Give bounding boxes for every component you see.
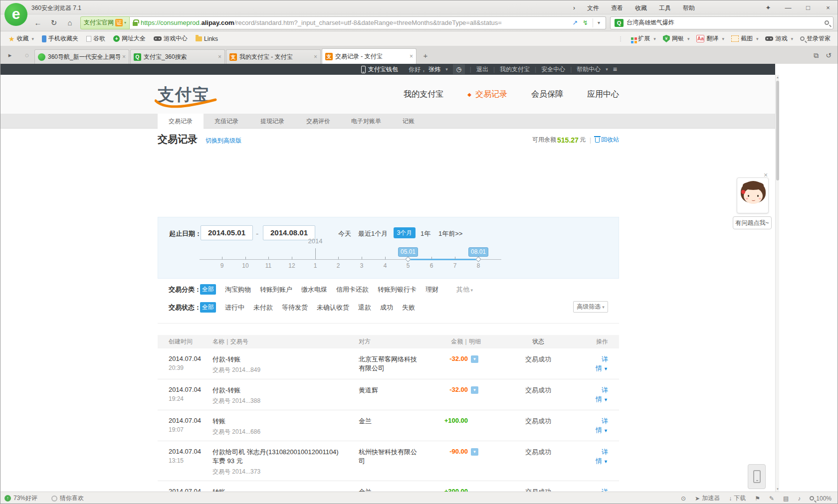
- subtab-review[interactable]: 交易评价: [295, 114, 341, 129]
- category-utilities[interactable]: 缴水电煤: [301, 285, 327, 294]
- category-taobao[interactable]: 淘宝购物: [225, 285, 251, 294]
- security-center-link[interactable]: 安全中心: [541, 65, 565, 74]
- menu-view[interactable]: 查看: [611, 4, 623, 11]
- subtab-bookkeeping[interactable]: 记账: [391, 114, 426, 129]
- search-engine-icon[interactable]: Q: [615, 19, 624, 27]
- my-alipay-link[interactable]: 我的支付宝: [500, 65, 530, 74]
- mobile-app-widget[interactable]: [748, 464, 766, 489]
- url-bar[interactable]: https://consumeprod.alipay.com/record/st…: [130, 16, 606, 29]
- menu-collapse-icon[interactable]: ›: [573, 4, 575, 11]
- status-awaiting-shipment[interactable]: 等待发货: [282, 303, 308, 312]
- advanced-filter-button[interactable]: 高级筛选▾: [573, 301, 608, 313]
- helper-mascot[interactable]: [737, 177, 769, 213]
- recycle-bin-link[interactable]: 回收站: [595, 136, 619, 144]
- tab-close-icon[interactable]: ×: [314, 53, 317, 60]
- category-other[interactable]: 其他 ▾: [456, 285, 473, 294]
- tab-transactions-active[interactable]: 支交易记录 - 支付宝×: [322, 48, 417, 64]
- zoom-control[interactable]: 100%: [810, 495, 832, 502]
- new-tab-button[interactable]: +: [419, 50, 431, 61]
- browser-logo-360[interactable]: e: [4, 3, 27, 26]
- minimize-button[interactable]: —: [782, 4, 795, 11]
- medal-icon[interactable]: ⊙: [681, 495, 686, 502]
- nav-my-alipay[interactable]: 我的支付宝: [404, 89, 443, 100]
- category-all-active[interactable]: 全部: [200, 284, 216, 295]
- menu-tools[interactable]: 工具: [659, 4, 671, 11]
- page-scrollbar[interactable]: ▲ ▼: [775, 75, 779, 492]
- close-button[interactable]: ×: [822, 4, 835, 11]
- help-dropdown-icon[interactable]: ▾: [606, 67, 608, 72]
- slider-selected-range[interactable]: [408, 259, 478, 260]
- slider-end-label[interactable]: 08.01: [468, 247, 488, 257]
- menu-help[interactable]: 帮助: [683, 4, 695, 11]
- ext-login-manager[interactable]: 登录管家: [800, 34, 831, 43]
- flag-icon[interactable]: ⚑: [755, 495, 760, 502]
- ext-ebank[interactable]: ¥网银▾: [663, 34, 690, 43]
- quick-1year[interactable]: 1年: [420, 229, 430, 238]
- quick-1month[interactable]: 最近1个月: [358, 229, 388, 238]
- tab-expand-icon[interactable]: ▸: [3, 49, 16, 62]
- amount-detail-dropdown-icon[interactable]: ▼: [471, 355, 478, 363]
- search-bar[interactable]: Q 台湾高雄燃气爆炸: [610, 16, 834, 29]
- status-unconfirmed[interactable]: 未确认收货: [317, 303, 349, 312]
- category-transfer-account[interactable]: 转账到账户: [260, 285, 292, 294]
- alipay-logo[interactable]: 支付宝: [158, 84, 217, 108]
- bookmark-mobile-favorites[interactable]: 手机收藏夹: [42, 34, 78, 43]
- bookmark-sites[interactable]: +网址大全: [113, 34, 146, 43]
- ext-games[interactable]: 游戏▾: [765, 34, 793, 43]
- alipay-wallet-link[interactable]: 支付宝钱包: [361, 64, 398, 75]
- status-all-active[interactable]: 全部: [200, 302, 216, 313]
- slider-start-label[interactable]: 05.01: [398, 247, 418, 257]
- share-icon[interactable]: ↗: [572, 19, 578, 26]
- scroll-down-icon[interactable]: ▼: [776, 488, 780, 491]
- site-rating[interactable]: ↑73%好评: [4, 494, 37, 503]
- quick-today[interactable]: 今天: [338, 229, 351, 238]
- status-unpaid[interactable]: 未付款: [253, 303, 273, 312]
- status-failed[interactable]: 失败: [402, 303, 415, 312]
- slider-start-handle[interactable]: [405, 256, 411, 262]
- ext-extensions[interactable]: 扩展▾: [631, 34, 656, 43]
- search-input[interactable]: 台湾高雄燃气爆炸: [627, 18, 825, 27]
- skin-icon[interactable]: ✦: [762, 4, 775, 11]
- date-from-input[interactable]: 2014.05.01: [201, 225, 253, 240]
- tab-search[interactable]: Q支付宝_360搜索×: [130, 49, 225, 64]
- logout-link[interactable]: 退出: [476, 65, 488, 74]
- mascot-bubble[interactable]: 有问题点我~: [733, 216, 772, 229]
- subtab-withdraw[interactable]: 提现记录: [249, 114, 295, 129]
- slider-end-handle[interactable]: [475, 256, 481, 262]
- home-icon[interactable]: ⌂: [63, 17, 76, 29]
- amount-detail-dropdown-icon[interactable]: ▼: [471, 386, 478, 394]
- tab-close-icon[interactable]: ×: [218, 53, 221, 60]
- status-refund[interactable]: 退款: [358, 303, 371, 312]
- menu-file[interactable]: 文件: [587, 4, 599, 11]
- detail-link[interactable]: 详情▼: [596, 448, 608, 465]
- back-icon[interactable]: ←: [31, 17, 44, 29]
- menu-favorites[interactable]: 收藏: [635, 4, 647, 11]
- site-identity-button[interactable]: 支付宝官网 证 ▾: [80, 16, 130, 29]
- incognito-icon[interactable]: ◌: [20, 49, 33, 62]
- speed-mode-icon[interactable]: ↯: [583, 19, 588, 26]
- detail-link[interactable]: 详情▼: [596, 386, 608, 403]
- status-in-progress[interactable]: 进行中: [225, 303, 244, 312]
- status-success[interactable]: 成功: [380, 303, 393, 312]
- url-dropdown-icon[interactable]: ▾: [598, 20, 600, 25]
- help-center-link[interactable]: 帮助中心: [577, 65, 601, 74]
- ext-screenshot[interactable]: 截图▾: [731, 34, 759, 43]
- quick-older[interactable]: 1年前>>: [438, 229, 462, 238]
- user-dropdown-icon[interactable]: ▾: [445, 67, 448, 72]
- accelerator-button[interactable]: ➤加速器: [695, 494, 720, 503]
- subtab-transactions[interactable]: 交易记录: [158, 114, 204, 129]
- switch-advanced-link[interactable]: 切换到高级版: [206, 137, 241, 145]
- tab-close-icon[interactable]: ×: [410, 53, 413, 60]
- username-link[interactable]: 张炜: [428, 65, 440, 74]
- subtab-recharge[interactable]: 充值记录: [204, 114, 249, 129]
- reminder-clock-icon[interactable]: ◷: [453, 64, 465, 74]
- ext-translate[interactable]: Aa翻译▾: [696, 34, 724, 43]
- category-transfer-bank[interactable]: 转账到银行卡: [378, 285, 417, 294]
- scrollbar-thumb[interactable]: [776, 81, 779, 180]
- category-wealth[interactable]: 理财: [425, 285, 438, 294]
- site-menu-icon[interactable]: ≡: [613, 65, 617, 73]
- nav-transactions[interactable]: ◆交易记录: [467, 89, 507, 100]
- monitor-icon[interactable]: ▤: [783, 495, 789, 502]
- bookmark-favorites[interactable]: ★收藏▾: [8, 34, 34, 43]
- bookmark-google[interactable]: 谷歌: [86, 34, 105, 43]
